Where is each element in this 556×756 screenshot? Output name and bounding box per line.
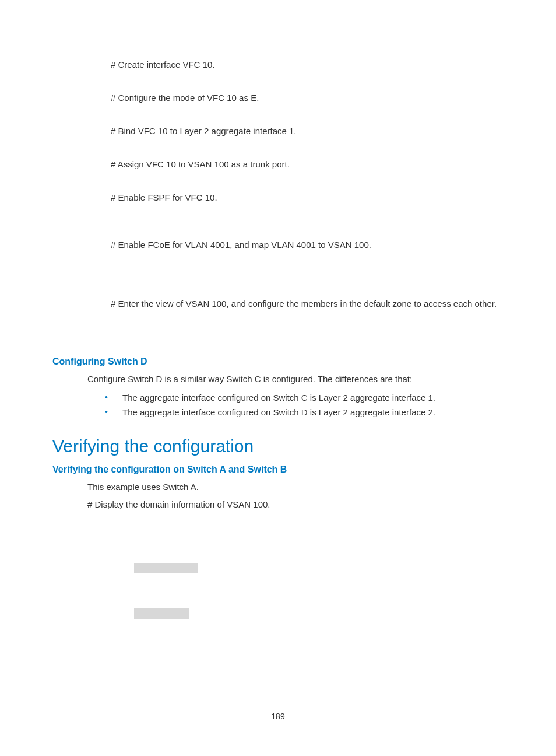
switch-d-intro: Configure Switch D is a similar way Swit… (87, 373, 504, 386)
list-item: The aggregate interface configured on Sw… (105, 405, 504, 420)
heading-configuring-switch-d: Configuring Switch D (52, 356, 504, 367)
step-assign-vfc10-vsan100: # Assign VFC 10 to VSAN 100 as a trunk p… (111, 158, 504, 170)
step-enable-fspf: # Enable FSPF for VFC 10. (111, 191, 504, 204)
page-number: 189 (0, 712, 556, 721)
redacted-block (134, 563, 198, 573)
step-vsan100-zone: # Enter the view of VSAN 100, and config… (111, 298, 504, 310)
list-item: The aggregate interface configured on Sw… (105, 390, 504, 405)
step-bind-vfc10: # Bind VFC 10 to Layer 2 aggregate inter… (111, 125, 504, 137)
heading-verify-switch-a-b: Verifying the configuration on Switch A … (52, 464, 504, 475)
heading-verifying-configuration: Verifying the configuration (52, 436, 504, 456)
step-mode-vfc10-e: # Configure the mode of VFC 10 as E. (111, 92, 504, 104)
step-enable-fcoe-vlan4001: # Enable FCoE for VLAN 4001, and map VLA… (111, 239, 504, 251)
redacted-block (134, 608, 189, 619)
verify-example-switch-a: This example uses Switch A. (87, 481, 504, 494)
verify-display-domain: # Display the domain information of VSAN… (87, 498, 504, 511)
switch-d-diffs-list: The aggregate interface configured on Sw… (105, 390, 504, 420)
step-create-vfc10: # Create interface VFC 10. (111, 58, 504, 71)
